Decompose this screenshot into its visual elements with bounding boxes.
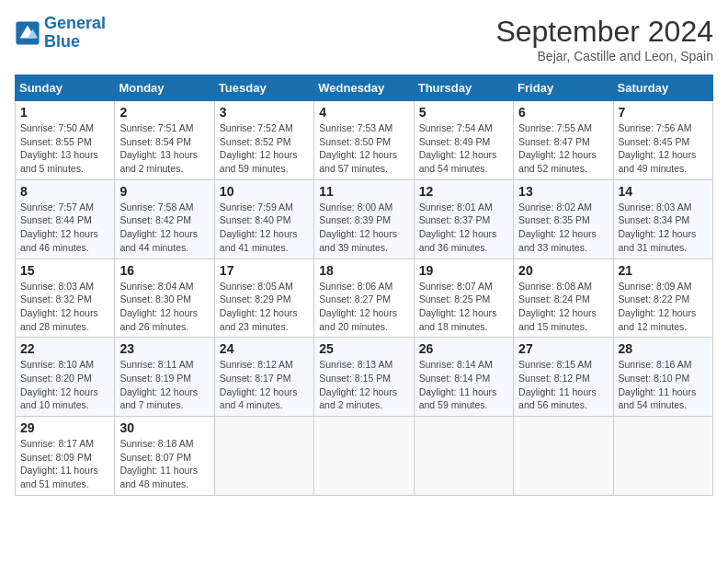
empty-cell-1 — [214, 417, 313, 496]
day-20: 20 Sunrise: 8:08 AMSunset: 8:24 PMDaylig… — [514, 259, 613, 338]
logo-icon — [15, 20, 40, 46]
day-30: 30 Sunrise: 8:18 AMSunset: 8:07 PMDaylig… — [115, 417, 214, 496]
day-3: 3 Sunrise: 7:52 AMSunset: 8:52 PMDayligh… — [214, 101, 313, 180]
day-10: 10 Sunrise: 7:59 AMSunset: 8:40 PMDaylig… — [214, 179, 313, 259]
header: General Blue September 2024 Bejar, Casti… — [15, 15, 713, 63]
location-subtitle: Bejar, Castille and Leon, Spain — [495, 49, 713, 63]
col-friday: Friday — [514, 75, 613, 101]
calendar-row-5: 29 Sunrise: 8:17 AMSunset: 8:09 PMDaylig… — [16, 417, 713, 496]
col-tuesday: Tuesday — [214, 75, 313, 101]
day-23: 23 Sunrise: 8:11 AMSunset: 8:19 PMDaylig… — [115, 338, 214, 417]
calendar-table: Sunday Monday Tuesday Wednesday Thursday… — [15, 75, 713, 496]
calendar-row-4: 22 Sunrise: 8:10 AMSunset: 8:20 PMDaylig… — [16, 338, 713, 417]
col-wednesday: Wednesday — [314, 75, 414, 101]
day-26: 26 Sunrise: 8:14 AMSunset: 8:14 PMDaylig… — [414, 338, 513, 417]
logo-text: General Blue — [44, 15, 106, 52]
day-1: 1 Sunrise: 7:50 AMSunset: 8:55 PMDayligh… — [16, 101, 115, 180]
empty-cell-4 — [514, 417, 613, 496]
logo-line2: Blue — [44, 32, 80, 51]
day-18: 18 Sunrise: 8:06 AMSunset: 8:27 PMDaylig… — [314, 259, 414, 338]
calendar-row-1: 1 Sunrise: 7:50 AMSunset: 8:55 PMDayligh… — [16, 101, 713, 180]
day-7: 7 Sunrise: 7:56 AMSunset: 8:45 PMDayligh… — [613, 101, 712, 180]
day-11: 11 Sunrise: 8:00 AMSunset: 8:39 PMDaylig… — [314, 179, 414, 259]
day-9: 9 Sunrise: 7:58 AMSunset: 8:42 PMDayligh… — [115, 179, 214, 259]
day-8: 8 Sunrise: 7:57 AMSunset: 8:44 PMDayligh… — [16, 179, 115, 259]
day-12: 12 Sunrise: 8:01 AMSunset: 8:37 PMDaylig… — [414, 179, 513, 259]
day-14: 14 Sunrise: 8:03 AMSunset: 8:34 PMDaylig… — [613, 179, 712, 259]
col-thursday: Thursday — [414, 75, 513, 101]
month-title: September 2024 — [495, 15, 713, 49]
calendar-row-2: 8 Sunrise: 7:57 AMSunset: 8:44 PMDayligh… — [16, 179, 713, 259]
day-2: 2 Sunrise: 7:51 AMSunset: 8:54 PMDayligh… — [115, 101, 214, 180]
day-27: 27 Sunrise: 8:15 AMSunset: 8:12 PMDaylig… — [514, 338, 613, 417]
title-area: September 2024 Bejar, Castille and Leon,… — [495, 15, 713, 63]
day-6: 6 Sunrise: 7:55 AMSunset: 8:47 PMDayligh… — [514, 101, 613, 180]
day-29: 29 Sunrise: 8:17 AMSunset: 8:09 PMDaylig… — [16, 417, 115, 496]
logo-line1: General — [44, 14, 106, 32]
day-16: 16 Sunrise: 8:04 AMSunset: 8:30 PMDaylig… — [115, 259, 214, 338]
calendar-row-3: 15 Sunrise: 8:03 AMSunset: 8:32 PMDaylig… — [16, 259, 713, 338]
day-21: 21 Sunrise: 8:09 AMSunset: 8:22 PMDaylig… — [613, 259, 712, 338]
col-monday: Monday — [115, 75, 214, 101]
day-17: 17 Sunrise: 8:05 AMSunset: 8:29 PMDaylig… — [214, 259, 313, 338]
day-4: 4 Sunrise: 7:53 AMSunset: 8:50 PMDayligh… — [314, 101, 414, 180]
calendar-header-row: Sunday Monday Tuesday Wednesday Thursday… — [16, 75, 713, 101]
day-19: 19 Sunrise: 8:07 AMSunset: 8:25 PMDaylig… — [414, 259, 513, 338]
empty-cell-3 — [414, 417, 513, 496]
col-saturday: Saturday — [613, 75, 712, 101]
day-5: 5 Sunrise: 7:54 AMSunset: 8:49 PMDayligh… — [414, 101, 513, 180]
logo: General Blue — [15, 15, 106, 52]
day-15: 15 Sunrise: 8:03 AMSunset: 8:32 PMDaylig… — [16, 259, 115, 338]
empty-cell-2 — [314, 417, 414, 496]
day-25: 25 Sunrise: 8:13 AMSunset: 8:15 PMDaylig… — [314, 338, 414, 417]
day-13: 13 Sunrise: 8:02 AMSunset: 8:35 PMDaylig… — [514, 179, 613, 259]
day-24: 24 Sunrise: 8:12 AMSunset: 8:17 PMDaylig… — [214, 338, 313, 417]
day-22: 22 Sunrise: 8:10 AMSunset: 8:20 PMDaylig… — [16, 338, 115, 417]
day-28: 28 Sunrise: 8:16 AMSunset: 8:10 PMDaylig… — [613, 338, 712, 417]
col-sunday: Sunday — [16, 75, 115, 101]
empty-cell-5 — [613, 417, 712, 496]
